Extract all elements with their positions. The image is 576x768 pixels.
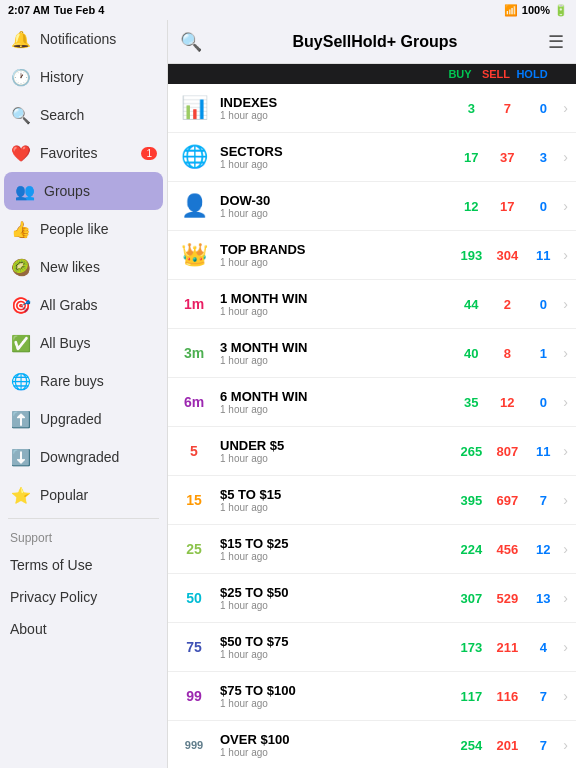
group-name: $5 TO $15 xyxy=(220,487,453,502)
buy-count: 224 xyxy=(453,542,489,557)
group-row[interactable]: 999OVER $1001 hour ago2542017› xyxy=(168,721,576,768)
new-likes-icon: 🥝 xyxy=(10,256,32,278)
favorites-label: Favorites xyxy=(40,145,98,161)
group-name: $75 TO $100 xyxy=(220,683,453,698)
sell-count: 17 xyxy=(489,199,525,214)
all-grabs-label: All Grabs xyxy=(40,297,98,313)
group-time: 1 hour ago xyxy=(220,551,453,562)
sidebar-item-groups[interactable]: 👥Groups xyxy=(4,172,163,210)
group-time: 1 hour ago xyxy=(220,110,453,121)
sidebar-item-search[interactable]: 🔍Search xyxy=(0,96,167,134)
group-counts: 1171167 xyxy=(453,689,561,704)
hold-count: 13 xyxy=(525,591,561,606)
group-row[interactable]: 👑TOP BRANDS1 hour ago19330411› xyxy=(168,231,576,280)
sell-count: 529 xyxy=(489,591,525,606)
chevron-right-icon: › xyxy=(563,492,568,508)
hold-count: 12 xyxy=(525,542,561,557)
group-row[interactable]: 📊INDEXES1 hour ago370› xyxy=(168,84,576,133)
group-name: $15 TO $25 xyxy=(220,536,453,551)
group-icon: 👤 xyxy=(176,188,212,224)
group-name: 6 MONTH WIN xyxy=(220,389,453,404)
group-row[interactable]: 50$25 TO $501 hour ago30752913› xyxy=(168,574,576,623)
group-name: TOP BRANDS xyxy=(220,242,453,257)
buy-count: 265 xyxy=(453,444,489,459)
group-info: 1 MONTH WIN1 hour ago xyxy=(220,291,453,317)
sidebar-item-all-buys[interactable]: ✅All Buys xyxy=(0,324,167,362)
chevron-right-icon: › xyxy=(563,737,568,753)
sell-count: 456 xyxy=(489,542,525,557)
chevron-right-icon: › xyxy=(563,590,568,606)
privacy-label: Privacy Policy xyxy=(10,589,97,605)
group-name: SECTORS xyxy=(220,144,453,159)
group-row[interactable]: 3m3 MONTH WIN1 hour ago4081› xyxy=(168,329,576,378)
group-icon: 15 xyxy=(176,482,212,518)
search-icon[interactable]: 🔍 xyxy=(180,31,202,53)
group-icon: 🌐 xyxy=(176,139,212,175)
sidebar-item-popular[interactable]: ⭐Popular xyxy=(0,476,167,514)
table-header: BUY SELL HOLD xyxy=(168,64,576,84)
group-row[interactable]: 5UNDER $51 hour ago26580711› xyxy=(168,427,576,476)
sidebar-item-upgraded[interactable]: ⬆️Upgraded xyxy=(0,400,167,438)
sidebar-divider xyxy=(8,518,159,519)
sidebar-item-downgraded[interactable]: ⬇️Downgraded xyxy=(0,438,167,476)
sidebar-item-new-likes[interactable]: 🥝New likes xyxy=(0,248,167,286)
chevron-right-icon: › xyxy=(563,198,568,214)
wifi-icon: 📶 xyxy=(504,4,518,17)
group-counts: 19330411 xyxy=(453,248,561,263)
sidebar-item-about[interactable]: About xyxy=(0,613,167,645)
group-row[interactable]: 1m1 MONTH WIN1 hour ago4420› xyxy=(168,280,576,329)
sidebar-item-all-grabs[interactable]: 🎯All Grabs xyxy=(0,286,167,324)
menu-icon[interactable]: ☰ xyxy=(548,31,564,53)
group-row[interactable]: 6m6 MONTH WIN1 hour ago35120› xyxy=(168,378,576,427)
sell-count: 7 xyxy=(489,101,525,116)
group-info: $5 TO $151 hour ago xyxy=(220,487,453,513)
group-time: 1 hour ago xyxy=(220,355,453,366)
group-row[interactable]: 99$75 TO $1001 hour ago1171167› xyxy=(168,672,576,721)
search-label: Search xyxy=(40,107,84,123)
history-icon: 🕐 xyxy=(10,66,32,88)
groups-list: 📊INDEXES1 hour ago370›🌐SECTORS1 hour ago… xyxy=(168,84,576,768)
group-counts: 35120 xyxy=(453,395,561,410)
groups-label: Groups xyxy=(44,183,90,199)
sidebar-item-rare-buys[interactable]: 🌐Rare buys xyxy=(0,362,167,400)
sidebar-item-notifications[interactable]: 🔔Notifications xyxy=(0,20,167,58)
terms-label: Terms of Use xyxy=(10,557,92,573)
buy-count: 117 xyxy=(453,689,489,704)
sell-count: 2 xyxy=(489,297,525,312)
group-row[interactable]: 👤DOW-301 hour ago12170› xyxy=(168,182,576,231)
group-row[interactable]: 🌐SECTORS1 hour ago17373› xyxy=(168,133,576,182)
rare-buys-icon: 🌐 xyxy=(10,370,32,392)
group-name: UNDER $5 xyxy=(220,438,453,453)
sell-count: 8 xyxy=(489,346,525,361)
group-row[interactable]: 25$15 TO $251 hour ago22445612› xyxy=(168,525,576,574)
search-icon: 🔍 xyxy=(10,104,32,126)
group-info: OVER $1001 hour ago xyxy=(220,732,453,758)
group-info: TOP BRANDS1 hour ago xyxy=(220,242,453,268)
hold-count: 0 xyxy=(525,297,561,312)
group-counts: 3956977 xyxy=(453,493,561,508)
buy-count: 193 xyxy=(453,248,489,263)
upgraded-icon: ⬆️ xyxy=(10,408,32,430)
group-counts: 12170 xyxy=(453,199,561,214)
group-info: 6 MONTH WIN1 hour ago xyxy=(220,389,453,415)
sidebar-item-people-like[interactable]: 👍People like xyxy=(0,210,167,248)
group-time: 1 hour ago xyxy=(220,208,453,219)
buy-count: 12 xyxy=(453,199,489,214)
group-time: 1 hour ago xyxy=(220,502,453,513)
main-content: 🔍 BuySellHold+ Groups ☰ BUY SELL HOLD 📊I… xyxy=(168,20,576,768)
buy-count: 44 xyxy=(453,297,489,312)
group-row[interactable]: 75$50 TO $751 hour ago1732114› xyxy=(168,623,576,672)
hold-count: 7 xyxy=(525,493,561,508)
popular-icon: ⭐ xyxy=(10,484,32,506)
sell-count: 697 xyxy=(489,493,525,508)
sidebar-item-history[interactable]: 🕐History xyxy=(0,58,167,96)
sidebar-item-favorites[interactable]: ❤️Favorites1 xyxy=(0,134,167,172)
group-info: INDEXES1 hour ago xyxy=(220,95,453,121)
group-time: 1 hour ago xyxy=(220,257,453,268)
notifications-icon: 🔔 xyxy=(10,28,32,50)
group-icon: 999 xyxy=(176,727,212,763)
sidebar-item-terms[interactable]: Terms of Use xyxy=(0,549,167,581)
hold-count: 0 xyxy=(525,395,561,410)
group-row[interactable]: 15$5 TO $151 hour ago3956977› xyxy=(168,476,576,525)
sidebar-item-privacy[interactable]: Privacy Policy xyxy=(0,581,167,613)
